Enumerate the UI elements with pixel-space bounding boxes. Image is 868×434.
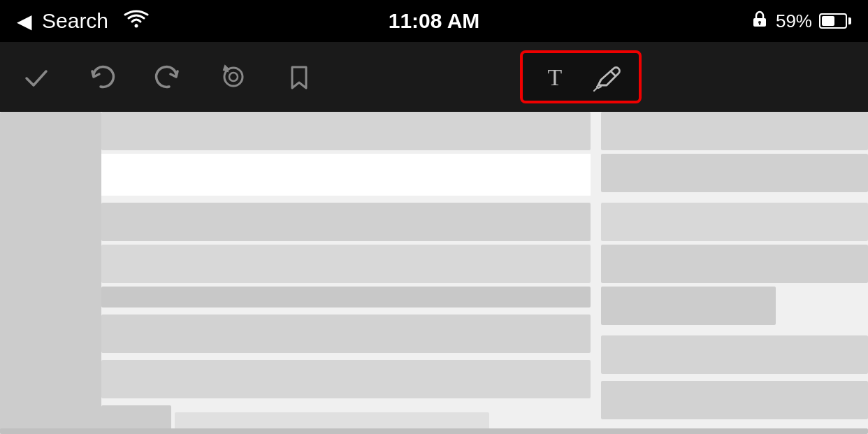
battery-percent: 59% xyxy=(776,10,812,32)
svg-point-0 xyxy=(135,24,138,28)
search-label[interactable]: Search xyxy=(42,9,108,33)
svg-point-5 xyxy=(229,73,238,81)
done-button[interactable] xyxy=(21,62,52,92)
time-display: 11:08 AM xyxy=(389,9,480,33)
text-button[interactable]: T xyxy=(540,62,570,92)
battery-icon xyxy=(819,13,851,29)
text-pen-group: T xyxy=(520,50,642,103)
svg-rect-3 xyxy=(759,22,760,25)
back-button[interactable]: ◀ xyxy=(17,10,32,33)
status-left: ◀ Search xyxy=(17,9,149,33)
undo-button[interactable] xyxy=(87,62,117,92)
redo-button[interactable] xyxy=(152,62,183,92)
toolbar-left xyxy=(21,62,314,92)
content-area xyxy=(0,112,868,434)
pen-button[interactable] xyxy=(591,62,622,92)
wifi-icon xyxy=(124,10,149,32)
lock-icon xyxy=(751,10,769,32)
status-right: 59% xyxy=(751,10,851,32)
toolbar: T xyxy=(0,42,868,112)
history-button[interactable] xyxy=(218,62,249,92)
bookmark-button[interactable] xyxy=(284,62,314,92)
svg-text:T: T xyxy=(548,64,563,90)
status-bar: ◀ Search 11:08 AM 59% xyxy=(0,0,868,42)
